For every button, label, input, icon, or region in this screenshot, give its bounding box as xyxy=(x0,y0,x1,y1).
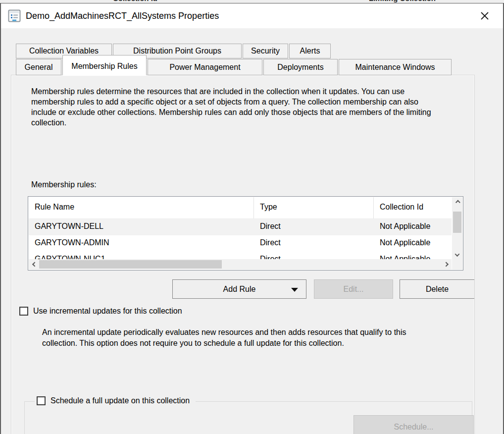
tab-deployments[interactable]: Deployments xyxy=(263,59,338,75)
table-row[interactable]: GARYTOWN-ADMIN Direct Not Applicable xyxy=(29,235,452,252)
incremental-updates-row: Use incremental updates for this collect… xyxy=(19,307,182,316)
add-rule-label: Add Rule xyxy=(223,285,256,293)
vertical-scrollbar-thumb[interactable] xyxy=(453,212,461,233)
background-clipped-text: Limiting Collection xyxy=(369,0,436,2)
incremental-updates-checkbox[interactable] xyxy=(19,307,28,316)
column-header-rule-name[interactable]: Rule Name xyxy=(29,197,254,218)
background-clipped-text: Collection Id xyxy=(113,0,157,2)
delete-button[interactable]: Delete xyxy=(400,279,475,299)
cell-collection-id: Not Applicable xyxy=(374,219,452,235)
properties-dialog: Demo_AddMachinesRCT_AllSystems Propertie… xyxy=(0,3,504,434)
add-rule-button[interactable]: Add Rule xyxy=(172,279,306,299)
schedule-full-update-checkbox[interactable] xyxy=(37,396,46,405)
tab-row-lower: General Membership Rules Power Managemen… xyxy=(16,55,453,75)
membership-rules-label: Membership rules: xyxy=(31,180,97,189)
cell-type: Direct xyxy=(254,219,374,235)
properties-window-icon xyxy=(8,9,21,22)
column-header-type[interactable]: Type xyxy=(254,197,374,218)
incremental-description: An incremental update periodically evalu… xyxy=(42,327,416,349)
chevron-left-icon[interactable] xyxy=(29,259,39,270)
column-header-collection-id[interactable]: Collection Id xyxy=(374,197,452,218)
edit-button[interactable]: Edit... xyxy=(314,279,393,299)
close-button[interactable] xyxy=(477,8,492,23)
window-title: Demo_AddMachinesRCT_AllSystems Propertie… xyxy=(26,11,219,21)
title-bar: Demo_AddMachinesRCT_AllSystems Propertie… xyxy=(1,3,503,28)
vertical-scrollbar[interactable] xyxy=(452,197,462,260)
chevron-up-icon[interactable] xyxy=(452,197,462,207)
tab-membership-rules[interactable]: Membership Rules xyxy=(62,55,147,75)
screen: Collection Id Limiting Collection Demo_A… xyxy=(0,0,504,434)
cell-rule-name: GARYTOWN-DELL xyxy=(29,219,254,235)
horizontal-scrollbar[interactable] xyxy=(29,259,452,270)
schedule-groupbox-legend: Schedule a full update on this collectio… xyxy=(35,396,196,405)
cell-rule-name: GARYTOWN-ADMIN xyxy=(29,235,254,252)
tab-maintenance-windows[interactable]: Maintenance Windows xyxy=(339,59,452,75)
schedule-groupbox: Schedule a full update on this collectio… xyxy=(24,401,472,434)
schedule-full-update-label: Schedule a full update on this collectio… xyxy=(50,396,190,405)
dropdown-caret-icon xyxy=(291,288,298,292)
chevron-down-icon[interactable] xyxy=(452,250,462,260)
schedule-button[interactable]: Schedule... xyxy=(353,415,474,434)
table-row[interactable]: GARYTOWN-DELL Direct Not Applicable xyxy=(29,219,452,235)
tab-general[interactable]: General xyxy=(16,59,61,75)
scrollbar-corner xyxy=(452,259,462,270)
chevron-right-icon[interactable] xyxy=(442,259,452,270)
tab-power-management[interactable]: Power Management xyxy=(148,59,262,75)
cell-type: Direct xyxy=(254,235,374,252)
horizontal-scrollbar-thumb[interactable] xyxy=(39,260,222,269)
table-header-row: Rule Name Type Collection Id xyxy=(29,197,452,219)
cell-collection-id: Not Applicable xyxy=(374,235,452,252)
membership-rules-table: Rule Name Type Collection Id GARYTOWN-DE… xyxy=(28,196,463,271)
membership-description: Membership rules determine the resources… xyxy=(31,86,433,128)
incremental-updates-label: Use incremental updates for this collect… xyxy=(33,307,182,316)
tab-page-membership-rules: Membership rules determine the resources… xyxy=(11,75,475,434)
